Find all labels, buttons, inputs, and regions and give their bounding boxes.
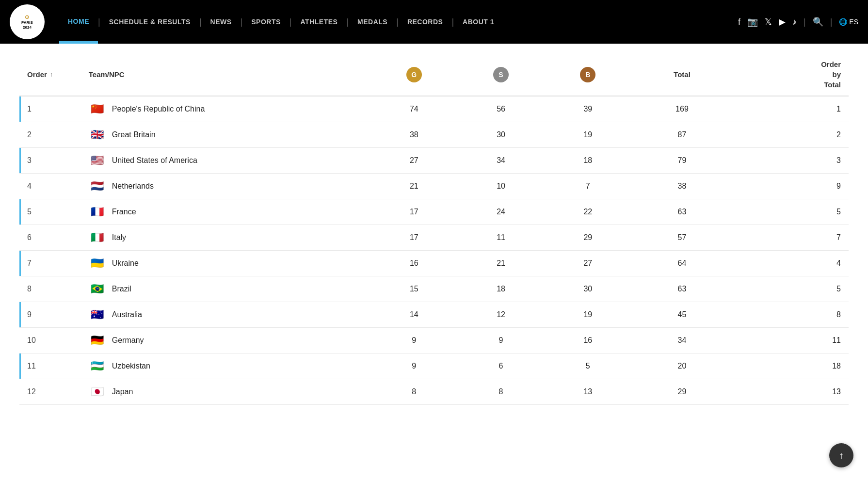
team-name: France bbox=[112, 208, 136, 216]
order-cell: 6 bbox=[19, 225, 81, 251]
total-count: 20 bbox=[631, 353, 733, 379]
nav-athletes[interactable]: ATHLETES bbox=[292, 0, 347, 44]
total-count: 29 bbox=[631, 379, 733, 405]
gold-count: 21 bbox=[370, 174, 457, 199]
silver-count: 10 bbox=[457, 174, 544, 199]
order-cell: 11 bbox=[19, 353, 81, 379]
navbar: ⊙ PARIS 2024 HOME | SCHEDULE & RESULTS |… bbox=[0, 0, 868, 44]
gold-count: 16 bbox=[370, 251, 457, 276]
team-cell: 🇬🇧 Great Britain bbox=[81, 122, 370, 148]
table-row: 8 🇧🇷 Brazil 15 18 30 63 5 bbox=[19, 276, 849, 302]
table-row: 2 🇬🇧 Great Britain 38 30 19 87 2 bbox=[19, 122, 849, 148]
youtube-icon[interactable]: ▶ bbox=[779, 16, 786, 27]
gold-count: 27 bbox=[370, 148, 457, 174]
table-row: 12 🇯🇵 Japan 8 8 13 29 13 bbox=[19, 379, 849, 405]
order-cell: 12 bbox=[19, 379, 81, 405]
total-count: 38 bbox=[631, 174, 733, 199]
team-name: Ukraine bbox=[112, 259, 139, 268]
bronze-count: 19 bbox=[545, 302, 631, 328]
team-name: United States of America bbox=[112, 156, 197, 165]
team-name: Netherlands bbox=[112, 182, 154, 191]
team-name: Japan bbox=[112, 387, 133, 396]
nav-news[interactable]: NEWS bbox=[202, 0, 241, 44]
col-order[interactable]: Order ↑ bbox=[19, 53, 81, 96]
flag-icon: 🇨🇳 bbox=[89, 103, 106, 115]
order-cell: 4 bbox=[19, 174, 81, 199]
bronze-count: 39 bbox=[545, 96, 631, 122]
nav-medals[interactable]: MEDALS bbox=[349, 0, 396, 44]
order-by-total-value: 11 bbox=[733, 328, 849, 353]
order-cell: 3 bbox=[19, 148, 81, 174]
instagram-icon[interactable]: 📷 bbox=[747, 16, 758, 27]
flag-icon: 🇮🇹 bbox=[89, 232, 106, 243]
team-name: Italy bbox=[112, 233, 126, 242]
silver-count: 24 bbox=[457, 199, 544, 225]
tiktok-icon[interactable]: ♪ bbox=[792, 17, 797, 27]
table-header: Order ↑ Team/NPC G S B Total OrderbyTota… bbox=[19, 53, 849, 96]
lang-label: ES bbox=[849, 18, 858, 26]
table-row: 9 🇦🇺 Australia 14 12 19 45 8 bbox=[19, 302, 849, 328]
flag-icon: 🇺🇦 bbox=[89, 257, 106, 269]
silver-count: 56 bbox=[457, 96, 544, 122]
total-count: 87 bbox=[631, 122, 733, 148]
order-cell: 10 bbox=[19, 328, 81, 353]
lang-selector[interactable]: 🌐 ES bbox=[839, 18, 858, 26]
total-count: 45 bbox=[631, 302, 733, 328]
silver-count: 30 bbox=[457, 122, 544, 148]
nav-sep-icons: | bbox=[804, 17, 806, 27]
col-silver: S bbox=[457, 53, 544, 96]
flag-icon: 🇳🇱 bbox=[89, 180, 106, 192]
gold-count: 17 bbox=[370, 199, 457, 225]
search-icon[interactable]: 🔍 bbox=[813, 16, 823, 27]
table-row: 5 🇫🇷 France 17 24 22 63 5 bbox=[19, 199, 849, 225]
nav-schedule[interactable]: SCHEDULE & RESULTS bbox=[100, 0, 199, 44]
bronze-count: 29 bbox=[545, 225, 631, 251]
order-by-total-value: 9 bbox=[733, 174, 849, 199]
nav-home[interactable]: HOME bbox=[59, 0, 98, 44]
team-name: People's Republic of China bbox=[112, 105, 205, 113]
flag-icon: 🇺🇸 bbox=[89, 155, 106, 166]
col-gold: G bbox=[370, 53, 457, 96]
team-name: Germany bbox=[112, 336, 144, 345]
col-order-by-total: OrderbyTotal bbox=[733, 53, 849, 96]
team-cell: 🇩🇪 Germany bbox=[81, 328, 370, 353]
order-cell: 2 bbox=[19, 122, 81, 148]
gold-count: 8 bbox=[370, 379, 457, 405]
table-row: 1 🇨🇳 People's Republic of China 74 56 39… bbox=[19, 96, 849, 122]
total-count: 64 bbox=[631, 251, 733, 276]
total-count: 57 bbox=[631, 225, 733, 251]
gold-badge: G bbox=[406, 67, 422, 82]
total-count: 63 bbox=[631, 199, 733, 225]
order-by-total-value: 18 bbox=[733, 353, 849, 379]
facebook-icon[interactable]: f bbox=[738, 17, 740, 27]
gold-count: 9 bbox=[370, 328, 457, 353]
sort-arrow-icon: ↑ bbox=[50, 71, 53, 78]
total-count: 34 bbox=[631, 328, 733, 353]
x-twitter-icon[interactable]: 𝕏 bbox=[765, 16, 772, 27]
team-cell: 🇯🇵 Japan bbox=[81, 379, 370, 405]
team-cell: 🇫🇷 France bbox=[81, 199, 370, 225]
team-cell: 🇮🇹 Italy bbox=[81, 225, 370, 251]
nav-records[interactable]: RECORDS bbox=[399, 0, 452, 44]
nav-sports[interactable]: SPORTS bbox=[242, 0, 289, 44]
team-name: Uzbekistan bbox=[112, 362, 150, 370]
silver-count: 21 bbox=[457, 251, 544, 276]
flag-icon: 🇺🇿 bbox=[89, 360, 106, 372]
order-by-total-value: 7 bbox=[733, 225, 849, 251]
scroll-to-top-button[interactable]: ↑ bbox=[829, 443, 853, 467]
globe-icon: 🌐 bbox=[839, 18, 847, 26]
flag-icon: 🇯🇵 bbox=[89, 386, 106, 398]
flag-icon: 🇧🇷 bbox=[89, 283, 106, 295]
bronze-count: 7 bbox=[545, 174, 631, 199]
nav-about[interactable]: ABOUT 1 bbox=[454, 0, 503, 44]
flag-icon: 🇩🇪 bbox=[89, 335, 106, 346]
logo[interactable]: ⊙ PARIS 2024 bbox=[10, 4, 45, 39]
medals-table: Order ↑ Team/NPC G S B Total OrderbyTota… bbox=[19, 53, 849, 405]
col-team: Team/NPC bbox=[81, 53, 370, 96]
gold-count: 9 bbox=[370, 353, 457, 379]
medals-table-container: Order ↑ Team/NPC G S B Total OrderbyTota… bbox=[0, 53, 868, 405]
order-by-total-value: 13 bbox=[733, 379, 849, 405]
table-row: 3 🇺🇸 United States of America 27 34 18 7… bbox=[19, 148, 849, 174]
bronze-count: 22 bbox=[545, 199, 631, 225]
silver-count: 11 bbox=[457, 225, 544, 251]
